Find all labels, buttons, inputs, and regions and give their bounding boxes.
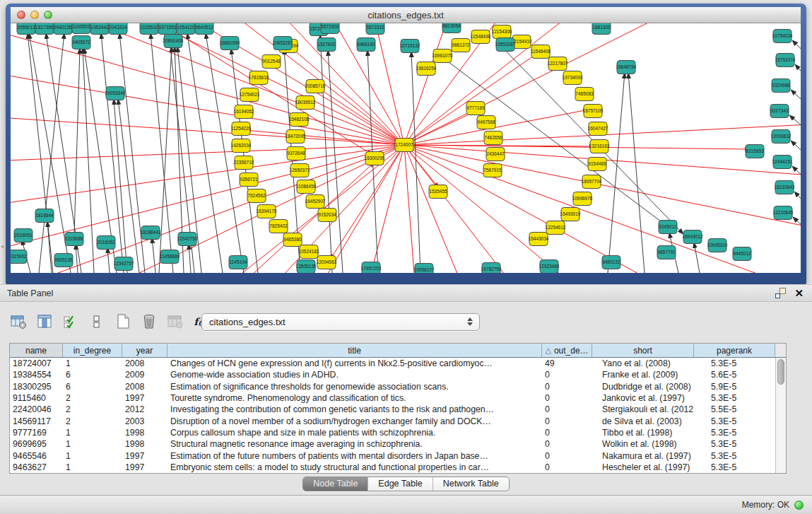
graph-edge[interactable] (320, 35, 332, 273)
table-cell[interactable]: Disruption of a novel member of a sodium… (167, 416, 542, 426)
graph-node[interactable]: 11456889 (160, 250, 180, 264)
table-cell[interactable]: 0 (542, 428, 592, 438)
table-row[interactable]: 977716911998Corpus callosum shape and si… (10, 427, 786, 438)
graph-node[interactable]: 1115688 (65, 233, 83, 246)
graph-edge[interactable] (206, 33, 244, 273)
close-icon[interactable]: ✕ (794, 288, 804, 298)
graph-node[interactable]: 9940155 (54, 23, 72, 35)
table-cell[interactable]: 1 (63, 439, 122, 449)
table-selector-dropdown[interactable]: citations_edges.txt (201, 313, 480, 331)
column-header-short[interactable]: short (592, 344, 694, 357)
graph-node[interactable]: 12923466 (539, 260, 560, 274)
graph-node[interactable]: 18757105 (583, 105, 604, 118)
graph-node[interactable]: 9857791 (657, 246, 676, 259)
graph-node[interactable]: 10653287 (273, 37, 293, 50)
table-cell[interactable]: 5.3E-5 (694, 393, 775, 403)
graph-node[interactable]: 7524562 (247, 189, 266, 203)
graph-node[interactable]: 15493019 (560, 208, 581, 221)
column-header-name[interactable]: name (10, 344, 63, 357)
table-cell[interactable]: Wolkin et al. (1998) (592, 439, 694, 449)
table-cell[interactable]: Changes of HCN gene expression and I(f) … (167, 358, 542, 368)
table-cell[interactable]: de Silva et al. (2003) (592, 416, 694, 426)
table-cell[interactable]: 0 (542, 439, 592, 449)
table-cell[interactable]: Corpus callosum shape and size in male p… (167, 428, 542, 438)
table-cell[interactable]: 2012 (122, 404, 167, 414)
table-cell[interactable]: 9465546 (10, 451, 63, 461)
graph-node[interactable]: 15443034 (529, 233, 549, 246)
graph-node[interactable]: 2055013 (17, 23, 35, 35)
graph-edge[interactable] (152, 238, 155, 273)
table-row[interactable]: 946362711997Embryonic stem cells: a mode… (10, 462, 786, 473)
graph-node[interactable]: 16961075 (433, 49, 453, 63)
table-cell[interactable]: 1997 (122, 451, 167, 461)
table-cell[interactable]: 6 (63, 382, 122, 392)
table-cell[interactable]: 5.5E-5 (694, 404, 775, 414)
graph-node[interactable]: 2016051 (14, 229, 33, 243)
table-cell[interactable]: Investigating the contribution of common… (167, 404, 542, 414)
graph-node[interactable]: 9012548 (262, 55, 281, 69)
table-cell[interactable]: Structural magnetic resonance image aver… (167, 439, 542, 449)
table-cell[interactable]: 2008 (122, 358, 167, 368)
graph-node[interactable]: 9315902 (11, 250, 27, 264)
table-cell[interactable]: 1 (63, 428, 122, 438)
graph-node[interactable]: 18957704 (582, 175, 602, 189)
graph-node[interactable]: 18472095 (286, 130, 306, 144)
table-row[interactable]: 946554611997Estimation of the future num… (10, 450, 786, 461)
graph-edge[interactable] (11, 23, 404, 145)
graph-node[interactable]: 7825402 (269, 220, 288, 233)
table-row[interactable]: 969969511998Structural magnetic resonanc… (10, 438, 786, 450)
table-row[interactable]: 1938455462009Genome-wide association stu… (10, 369, 786, 380)
graph-node[interactable]: 9497568 (477, 116, 495, 129)
table-cell[interactable]: 0 (542, 451, 592, 461)
table-cell[interactable]: Jankovic et al. (1997) (592, 393, 694, 403)
graph-edge[interactable] (411, 52, 420, 273)
graph-edge[interactable] (404, 23, 689, 145)
table-cell[interactable]: 9115460 (10, 393, 63, 403)
graph-node[interactable]: 11548408 (531, 45, 551, 59)
graph-node[interactable]: 12444151 (772, 156, 793, 169)
graph-node[interactable]: 15751074 (775, 54, 796, 67)
graph-node[interactable]: 10945310 (707, 239, 728, 252)
graph-edge[interactable] (791, 141, 801, 160)
column-header-out_de[interactable]: △out_de… (542, 344, 592, 357)
table-cell[interactable]: 2009 (122, 370, 167, 380)
tab-network-table[interactable]: Network Table (433, 477, 509, 491)
table-cell[interactable]: 5.3E-5 (694, 462, 775, 472)
graph-node[interactable]: 19734093 (563, 71, 583, 85)
graph-node[interactable]: 9465380 (283, 233, 302, 247)
table-row[interactable]: 1456911722003Disruption of a novel membe… (10, 415, 786, 426)
table-cell[interactable]: 0 (542, 462, 592, 472)
graph-edge[interactable] (795, 64, 801, 84)
graph-node[interactable]: 19616254 (416, 62, 437, 76)
graph-node[interactable]: 12154306 (492, 25, 512, 39)
column-header-year[interactable]: year (122, 344, 167, 357)
graph-node[interactable]: 16648784 (616, 61, 637, 74)
table-cell[interactable]: 1998 (122, 439, 167, 449)
graph-node[interactable]: 5572310 (366, 23, 384, 35)
table-cell[interactable]: 1 (63, 462, 122, 472)
column-header-title[interactable]: title (167, 344, 542, 357)
table-cell[interactable]: 5.3E-5 (694, 358, 775, 368)
network-window[interactable]: citations_edges.txt 17240071830029515354… (6, 4, 806, 284)
table-cell[interactable]: 14569117 (10, 416, 63, 426)
show-columns-icon[interactable] (35, 311, 54, 332)
graph-node[interactable]: 12342750 (177, 233, 198, 246)
graph-node[interactable]: 1952442 (90, 23, 109, 35)
graph-node[interactable]: 16782759 (481, 263, 502, 274)
tab-edge-table[interactable]: Edge Table (367, 477, 432, 491)
graph-node[interactable]: 1527602 (317, 38, 336, 52)
graph-node[interactable]: 10996976 (572, 192, 593, 206)
scrollbar-thumb[interactable] (777, 359, 784, 385)
table-cell[interactable]: Tourette syndrome. Phenomenology and cla… (167, 393, 542, 403)
graph-node[interactable]: 9445012 (733, 247, 751, 261)
graph-edge[interactable] (608, 73, 625, 273)
graph-node[interactable]: 9505135 (54, 254, 73, 267)
table-cell[interactable]: 1 (63, 358, 122, 368)
graph-node[interactable]: 9372648 (287, 147, 305, 160)
graph-node[interactable]: 5572302 (321, 23, 339, 34)
graph-node[interactable]: 9450122 (602, 256, 620, 269)
table-cell[interactable]: 5.3E-5 (694, 416, 775, 426)
close-window-icon[interactable] (17, 11, 25, 19)
graph-node[interactable]: 9861372 (452, 39, 470, 52)
graph-node[interactable]: 2016052 (97, 236, 115, 250)
